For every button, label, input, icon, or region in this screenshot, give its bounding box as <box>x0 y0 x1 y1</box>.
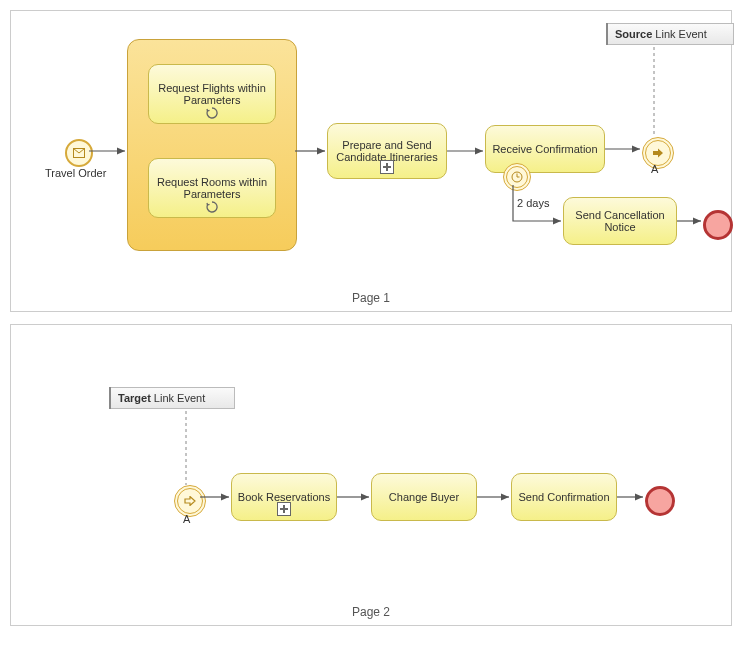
task-label: Request Flights within Parameters <box>153 82 271 106</box>
task-receive-confirmation[interactable]: Receive Confirmation <box>485 125 605 173</box>
end-event-page1[interactable] <box>703 210 733 240</box>
task-label: Send Confirmation <box>518 491 609 503</box>
link-throw-label: A <box>651 163 658 175</box>
task-send-confirmation[interactable]: Send Confirmation <box>511 473 617 521</box>
subprocess-marker-icon <box>277 502 291 516</box>
page-2-canvas: Target Link Event A Book Reservations Ch… <box>10 324 732 626</box>
annotation-rest: Link Event <box>652 28 706 40</box>
page-1-canvas: Source Link Event Travel Order Request F… <box>10 10 732 312</box>
link-catch-label: A <box>183 513 190 525</box>
annotation-source-link: Source Link Event <box>606 23 734 45</box>
annotation-rest: Link Event <box>151 392 205 404</box>
task-prepare-itineraries[interactable]: Prepare and Send Candidate Itineraries <box>327 123 447 179</box>
task-request-flights[interactable]: Request Flights within Parameters <box>148 64 276 124</box>
loop-icon <box>206 201 218 213</box>
annotation-target-link: Target Link Event <box>109 387 235 409</box>
start-event-label: Travel Order <box>45 167 106 179</box>
end-event-page2[interactable] <box>645 486 675 516</box>
task-label: Request Rooms within Parameters <box>153 176 271 200</box>
subprocess-marker-icon <box>380 160 394 174</box>
task-request-rooms[interactable]: Request Rooms within Parameters <box>148 158 276 218</box>
subprocess-container[interactable]: Request Flights within Parameters Reques… <box>127 39 297 251</box>
start-event-travel-order[interactable] <box>65 139 93 167</box>
task-change-buyer[interactable]: Change Buyer <box>371 473 477 521</box>
annotation-bold: Source <box>615 28 652 40</box>
page-label: Page 2 <box>352 605 390 619</box>
timer-label: 2 days <box>517 197 549 209</box>
task-label: Change Buyer <box>389 491 459 503</box>
task-send-cancellation[interactable]: Send Cancellation Notice <box>563 197 677 245</box>
task-label: Receive Confirmation <box>492 143 597 155</box>
boundary-timer-event[interactable] <box>503 163 531 191</box>
task-book-reservations[interactable]: Book Reservations <box>231 473 337 521</box>
page-label: Page 1 <box>352 291 390 305</box>
loop-icon <box>206 107 218 119</box>
task-label: Send Cancellation Notice <box>568 209 672 233</box>
annotation-bold: Target <box>118 392 151 404</box>
